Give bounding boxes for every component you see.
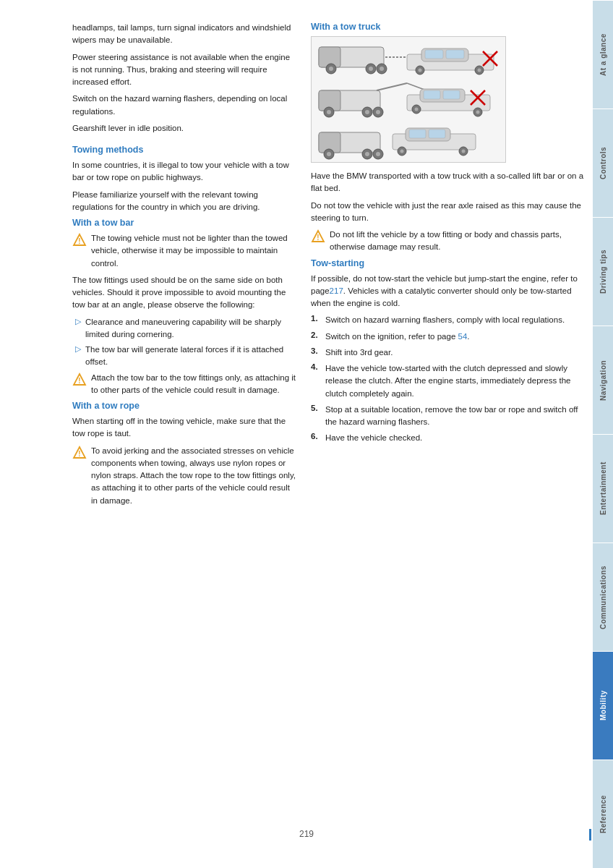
step-text-4: Have the vehicle tow-started with the cl… [325, 362, 591, 400]
tow-starting-para1: If possible, do not tow-start the vehicl… [311, 273, 591, 310]
svg-text:!: ! [317, 234, 319, 242]
sidebar-tab-at-a-glance[interactable]: At a glance [593, 0, 613, 109]
sidebar-tab-communications[interactable]: Communications [593, 542, 613, 651]
step-num-1: 1. [311, 314, 321, 323]
tow-truck-warning1: ! Do not lift the vehicle by a tow fitti… [311, 229, 591, 254]
sidebar: At a glance Controls Driving tips Naviga… [593, 0, 613, 868]
tow-bar-warning2-text: Attach the tow bar to the tow fittings o… [91, 372, 296, 397]
svg-rect-51 [409, 129, 426, 138]
warning-icon-4: ! [311, 229, 325, 244]
intro-line4: Gearshift lever in idle position. [72, 122, 296, 135]
warning-icon-2: ! [72, 373, 87, 387]
warning-icon-3: ! [72, 446, 87, 460]
with-tow-rope-section: With a tow rope When starting off in the… [72, 401, 296, 507]
with-tow-truck-heading: With a tow truck [311, 22, 591, 32]
svg-rect-35 [424, 90, 440, 99]
tow-starting-step-5: 5. Stop at a suitable location, remove t… [311, 404, 591, 429]
intro-line1: headlamps, tail lamps, turn signal indic… [72, 22, 296, 47]
step-text-3: Shift into 3rd gear. [325, 346, 393, 359]
svg-point-30 [376, 110, 380, 114]
svg-point-54 [400, 149, 403, 153]
tow-starting-step-4: 4. Have the vehicle tow-started with the… [311, 362, 591, 400]
tow-bar-bullet2-text: The tow bar will generate lateral forces… [85, 344, 296, 369]
step-text-1: Switch on hazard warning flashers, compl… [325, 314, 565, 326]
tow-truck-para2: Do not tow the vehicle with just the rea… [311, 200, 591, 225]
sidebar-tab-driving-tips[interactable]: Driving tips [593, 217, 613, 326]
tow-truck-warning1-text: Do not lift the vehicle by a tow fitting… [330, 229, 591, 254]
svg-point-38 [414, 107, 418, 111]
with-tow-truck-section: With a tow truck [311, 22, 591, 254]
svg-rect-36 [443, 90, 460, 99]
page-number-indicator [589, 829, 591, 841]
step-num-3: 3. [311, 346, 321, 355]
towing-methods-para1: In some countries, it is illegal to tow … [72, 159, 296, 184]
with-tow-bar-heading: With a tow bar [72, 218, 296, 228]
bullet-arrow-icon-1: ▷ [75, 317, 81, 326]
svg-point-26 [327, 110, 331, 114]
step2-link-54[interactable]: 54 [458, 332, 467, 341]
warning-icon-1: ! [72, 233, 87, 247]
svg-rect-52 [429, 129, 445, 138]
towing-methods-section: Towing methods In some countries, it is … [72, 145, 296, 213]
tow-bar-para1: The tow fittings used should be on the s… [72, 274, 296, 312]
intro-line2: Power steering assistance is not availab… [72, 51, 296, 89]
svg-point-40 [476, 110, 479, 114]
svg-point-44 [327, 152, 331, 156]
with-tow-bar-section: With a tow bar ! The towing vehicle must… [72, 218, 296, 396]
tow-starting-step-2: 2. Switch on the ignition, refer to page… [311, 331, 591, 343]
step-num-6: 6. [311, 432, 321, 441]
tow-bar-bullet1: ▷ Clearance and maneuvering capability w… [72, 316, 296, 341]
tow-rope-para1: When starting off in the towing vehicle,… [72, 415, 296, 441]
with-tow-rope-heading: With a tow rope [72, 401, 296, 411]
svg-point-11 [369, 67, 373, 71]
svg-point-9 [329, 67, 333, 71]
svg-text:!: ! [78, 450, 80, 458]
page-number: 219 [299, 829, 314, 839]
tow-bar-warning1-text: The towing vehicle must not be lighter t… [91, 232, 296, 270]
tow-bar-warning1: ! The towing vehicle must not be lighter… [72, 232, 296, 270]
sidebar-tab-controls[interactable]: Controls [593, 109, 613, 217]
step-text-2: Switch on the ignition, refer to page 54… [325, 331, 469, 343]
tow-truck-image [311, 36, 506, 163]
step-num-4: 4. [311, 362, 321, 371]
svg-text:!: ! [78, 377, 80, 385]
tow-truck-para1: Have the BMW transported with a tow truc… [311, 170, 591, 195]
tow-starting-link-217[interactable]: 217 [330, 286, 343, 295]
sidebar-tab-navigation[interactable]: Navigation [593, 326, 613, 434]
tow-starting-heading: Tow-starting [311, 258, 591, 268]
tow-bar-bullet1-text: Clearance and maneuvering capability wil… [85, 316, 296, 341]
svg-point-13 [380, 67, 384, 71]
svg-rect-16 [425, 50, 443, 59]
sidebar-tab-entertainment[interactable]: Entertainment [593, 434, 613, 542]
towing-methods-para2: Please familiarize yourself with the rel… [72, 189, 296, 214]
svg-point-19 [418, 68, 421, 72]
svg-point-46 [365, 152, 369, 156]
step-num-2: 2. [311, 331, 321, 339]
step-num-5: 5. [311, 404, 321, 412]
svg-point-48 [376, 152, 380, 156]
tow-starting-section: Tow-starting If possible, do not tow-sta… [311, 258, 591, 445]
tow-bar-warning2: ! Attach the tow bar to the tow fittings… [72, 372, 296, 397]
sidebar-tab-mobility[interactable]: Mobility [593, 651, 613, 760]
intro-line3: Switch on the hazard warning flashers, d… [72, 93, 296, 118]
tow-starting-step-1: 1. Switch on hazard warning flashers, co… [311, 314, 591, 326]
tow-starting-step-6: 6. Have the vehicle checked. [311, 432, 591, 444]
step-text-6: Have the vehicle checked. [325, 432, 422, 444]
bullet-arrow-icon-2: ▷ [75, 344, 81, 354]
svg-text:!: ! [78, 237, 80, 245]
svg-rect-17 [446, 50, 464, 59]
tow-bar-bullet2: ▷ The tow bar will generate lateral forc… [72, 344, 296, 369]
sidebar-tab-reference[interactable]: Reference [593, 760, 613, 868]
step-text-5: Stop at a suitable location, remove the … [325, 404, 591, 429]
svg-line-31 [377, 83, 407, 90]
tow-starting-step-3: 3. Shift into 3rd gear. [311, 346, 591, 359]
svg-point-28 [365, 110, 369, 114]
towing-methods-heading: Towing methods [72, 145, 296, 155]
tow-rope-warning1: ! To avoid jerking and the associated st… [72, 445, 296, 507]
svg-point-56 [461, 149, 465, 153]
svg-point-21 [477, 68, 481, 72]
tow-rope-warning1-text: To avoid jerking and the associated stre… [91, 445, 296, 507]
